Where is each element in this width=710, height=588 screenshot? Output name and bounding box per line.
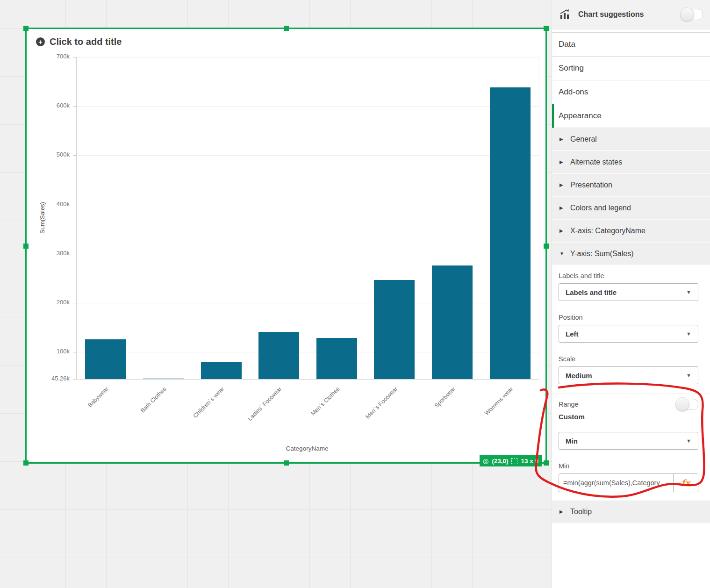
chevron-down-icon: ▼ [686,373,691,378]
collapsed-triangle-icon: ▶ [559,228,564,233]
subsection-presentation[interactable]: ▶Presentation [552,174,710,197]
scale-value: Medium [566,372,686,380]
chevron-down-icon: ▼ [686,331,691,337]
expanded-triangle-icon: ▼ [559,251,564,256]
range-mode-dropdown[interactable]: Min ▼ [559,432,698,450]
y-tick-mark [73,254,76,254]
resize-handle-middle-right[interactable] [544,244,549,249]
subsection-label: Presentation [570,181,612,189]
subsection-label: Y-axis: Sum(Sales) [570,250,633,258]
labels-and-title-label: Labels and title [559,272,698,280]
app-canvas: + Click to add title Sum(Sales) 700k600k… [0,0,710,588]
collapsed-triangle-icon: ▶ [559,182,564,187]
bar-ladies-footwear[interactable] [258,332,299,379]
y-tick-label: 700k [27,53,70,60]
resize-handle-bottom-left[interactable] [23,460,29,466]
resize-handle-top-left[interactable] [23,26,29,31]
bar-chart-object[interactable]: + Click to add title Sum(Sales) 700k600k… [27,29,545,462]
range-label: Range [559,401,676,408]
range-mode-value: Min [566,437,686,445]
labels-and-title-value: Labels and title [566,288,686,296]
gridline [77,155,539,156]
min-label: Min [559,462,698,470]
section-appearance[interactable]: Appearance [552,104,710,128]
divider [552,394,710,394]
crosshair-icon: ◎ [483,458,488,464]
resize-handle-top-right[interactable] [544,26,549,31]
collapsed-triangle-icon: ▶ [559,205,564,210]
gridline [77,57,539,57]
scale-dropdown[interactable]: Medium ▼ [559,366,698,384]
section-sorting[interactable]: Sorting [552,56,710,80]
subsection-label: Alternate states [570,158,622,166]
size-rect-icon [511,458,517,464]
subsection-label: General [570,135,597,143]
chart-suggestions-toggle[interactable] [681,9,703,20]
bar-children-s-wear[interactable] [201,362,242,379]
y-tick-label: 600k [27,102,70,109]
custom-label: Custom [559,413,698,421]
min-expression-field: =min(aggr(sum(Sales),Category fx [559,473,698,492]
position-badge-value: (23,0) [492,458,508,465]
subsection-colors-and-legend[interactable]: ▶Colors and legend [552,197,710,220]
collapsed-triangle-icon: ▶ [559,509,564,514]
subsection-label: X-axis: CategoryName [570,227,645,235]
expression-editor-fx-button[interactable]: fx [673,474,698,492]
y-tick-mark [73,205,76,205]
bar-womens-wear[interactable] [490,87,531,379]
gridline [77,205,539,205]
subsection-x-axis-categoryname[interactable]: ▶X-axis: CategoryName [552,220,710,243]
toggle-knob [675,397,689,411]
section-add-ons[interactable]: Add-ons [552,80,710,104]
subsection-label: Colors and legend [570,204,631,212]
plot-area [76,57,539,380]
subsection-y-axis-sum-sales[interactable]: ▼Y-axis: Sum(Sales) [552,243,710,265]
bar-men-s-footwear[interactable] [374,280,415,379]
gridline [77,106,539,107]
y-tick-mark [73,106,76,107]
y-tick-mark [73,155,76,156]
y-tick-label: 45.26k [27,375,70,382]
section-data[interactable]: Data [552,32,710,56]
chart-title-text: Click to add title [50,36,122,47]
x-category-label: Men´s Footwear [364,386,399,420]
resize-handle-bottom-middle[interactable] [284,460,289,466]
x-category-label: Womens wear [483,386,514,416]
x-category-label: Bath Clothes [139,386,168,414]
x-category-label: Children´s wear [192,386,225,419]
y-tick-label: 300k [27,250,70,257]
toggle-knob [680,7,694,22]
y-tick-label: 100k [27,348,70,355]
bar-sportwear[interactable] [432,265,473,379]
x-category-label: Babywear [87,386,110,409]
resize-handle-middle-left[interactable] [23,244,29,249]
x-category-label: Ladies´ Footwear [246,386,283,422]
position-dropdown[interactable]: Left ▼ [559,325,698,343]
position-value: Left [566,330,686,338]
chart-title-placeholder[interactable]: + Click to add title [36,36,122,47]
gridline [77,254,539,254]
min-expression-input[interactable]: =min(aggr(sum(Sales),Category [559,474,673,492]
y-tick-mark [73,303,76,303]
x-category-label: Sportwear [433,386,456,409]
bar-men-s-clothes[interactable] [316,338,357,379]
y-tick-label: 200k [27,299,70,306]
y-tick-label: 400k [27,201,70,208]
subsection-tooltip[interactable]: ▶ Tooltip [552,500,710,523]
chevron-down-icon: ▼ [686,289,691,295]
x-axis-title: CategoryName [286,445,329,452]
collapsed-triangle-icon: ▶ [559,159,564,165]
selection-position-size-badge: ◎ (23,0) 13 x 9 [480,455,542,466]
resize-handle-top-middle[interactable] [284,26,289,31]
chevron-down-icon: ▼ [686,438,691,444]
subsection-general[interactable]: ▶General [552,128,710,151]
resize-handle-bottom-right[interactable] [544,460,549,466]
collapsed-triangle-icon: ▶ [559,136,564,142]
subsection-alternate-states[interactable]: ▶Alternate states [552,151,710,174]
y-tick-label: 500k [27,151,70,158]
appearance-subsections: ▶General▶Alternate states▶Presentation▶C… [552,128,710,265]
bar-babywear[interactable] [85,339,126,379]
subsection-label: Tooltip [570,508,592,516]
range-toggle[interactable] [676,399,698,410]
labels-and-title-dropdown[interactable]: Labels and title ▼ [559,283,698,301]
